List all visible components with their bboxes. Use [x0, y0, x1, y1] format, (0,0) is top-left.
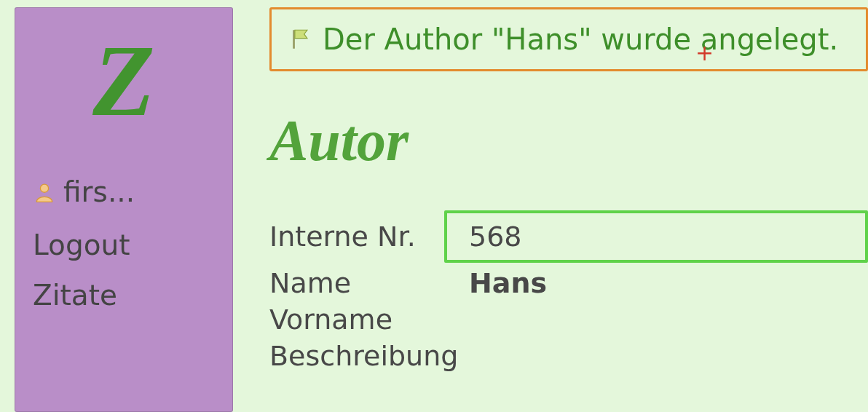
- sidebar-user-label: firs...: [63, 175, 135, 208]
- svg-point-0: [40, 184, 48, 192]
- value-interne-nr: 568: [469, 221, 522, 253]
- label-beschreibung: Beschreibung: [269, 340, 444, 372]
- app-root: Z firs... Logout Zitate Der Author "Hans…: [0, 0, 868, 412]
- page-title: Autor: [269, 108, 868, 174]
- value-name: Hans: [444, 267, 868, 299]
- app-logo: Z: [33, 30, 215, 132]
- sidebar-link-logout[interactable]: Logout: [33, 229, 215, 261]
- sidebar-user[interactable]: firs...: [33, 175, 215, 208]
- label-vorname: Vorname: [269, 304, 444, 336]
- label-interne-nr: Interne Nr.: [269, 221, 444, 253]
- label-name: Name: [269, 267, 444, 299]
- flash-message: Der Author "Hans" wurde angelegt.: [323, 23, 838, 56]
- author-detail-grid: Interne Nr. 568 Name Hans Vorname Beschr…: [269, 210, 868, 372]
- sidebar-link-zitate[interactable]: Zitate: [33, 279, 215, 312]
- flash-success: Der Author "Hans" wurde angelegt.: [269, 7, 868, 71]
- value-interne-nr-box: 568: [444, 210, 868, 263]
- user-icon: [33, 181, 56, 204]
- sidebar: Z firs... Logout Zitate: [15, 7, 233, 412]
- main-content: Der Author "Hans" wurde angelegt. + Auto…: [233, 7, 868, 412]
- flag-icon: [288, 27, 312, 52]
